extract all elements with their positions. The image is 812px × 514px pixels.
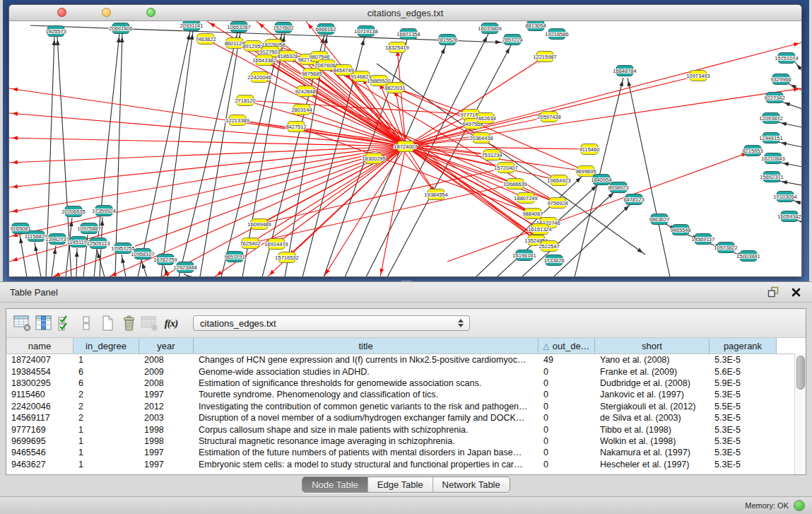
graph-node[interactable]: 7462634 bbox=[475, 113, 495, 124]
table-row[interactable]: 1456911722003Disruption of a novel membe… bbox=[6, 412, 806, 424]
tab-edge-table[interactable]: Edge Table bbox=[368, 477, 433, 492]
table-row[interactable]: 1938455462009Genome-wide association stu… bbox=[6, 366, 806, 377]
graph-node[interactable]: 16151324 bbox=[528, 224, 551, 235]
graph-node[interactable]: 8215953 bbox=[742, 146, 763, 156]
column-header-pagerank[interactable]: pagerank bbox=[710, 338, 777, 354]
graph-node[interactable]: 15716532 bbox=[275, 252, 298, 263]
graph-node[interactable]: 1405573 bbox=[45, 26, 66, 37]
graph-node[interactable]: 9465546 bbox=[670, 225, 690, 235]
graph-node[interactable]: 16059342 bbox=[777, 211, 801, 222]
graph-node[interactable]: 7625402 bbox=[240, 238, 260, 249]
minimize-window-icon[interactable] bbox=[102, 8, 111, 17]
graph-node[interactable]: 2803144 bbox=[291, 105, 312, 115]
graph-node[interactable]: 9227342 bbox=[764, 93, 784, 103]
graph-node[interactable]: 8813054 bbox=[525, 21, 546, 31]
graph-node[interactable]: 18807249 bbox=[514, 193, 537, 204]
graph-node[interactable]: 9165081 bbox=[10, 223, 30, 234]
tab-node-table[interactable]: Node Table bbox=[302, 477, 368, 492]
graph-node[interactable]: 12215987 bbox=[533, 52, 556, 62]
show-columns-icon[interactable] bbox=[33, 312, 54, 334]
graph-node[interactable]: 16210643 bbox=[761, 153, 784, 164]
graph-node[interactable]: 10653287 bbox=[227, 22, 250, 33]
graph-node[interactable]: 8427512 bbox=[286, 122, 306, 132]
graph-node[interactable]: 10719138 bbox=[354, 26, 377, 37]
graph-node[interactable]: 15720407 bbox=[494, 163, 517, 173]
graph-node[interactable]: 8601128 bbox=[225, 38, 245, 49]
network-canvas[interactable]: 1872400774638228601128891295518226058912… bbox=[9, 21, 801, 276]
graph-node[interactable]: 19654923 bbox=[547, 175, 570, 186]
graph-node[interactable]: 19384554 bbox=[424, 189, 447, 200]
graph-node[interactable]: 16871358 bbox=[396, 29, 420, 40]
graph-node[interactable]: 9857791 bbox=[224, 252, 245, 262]
graph-node[interactable]: 6478123 bbox=[623, 194, 644, 205]
table-mode-icon[interactable] bbox=[12, 312, 33, 334]
graph-node[interactable]: 10958107 bbox=[131, 249, 154, 259]
function-builder-icon[interactable]: f(x) bbox=[160, 312, 182, 334]
column-header-name[interactable]: name bbox=[6, 338, 73, 354]
graph-node[interactable]: 9756928 bbox=[547, 198, 567, 209]
network-view-window[interactable]: citations_edges.txt 18724007746382286011… bbox=[8, 4, 802, 277]
graph-node[interactable]: 9699695 bbox=[575, 166, 596, 177]
graph-node[interactable]: 10973493 bbox=[686, 71, 710, 81]
graph-node[interactable]: 9884067 bbox=[522, 209, 543, 219]
select-all-icon[interactable] bbox=[54, 312, 76, 334]
network-window-titlebar[interactable]: citations_edges.txt bbox=[9, 5, 801, 21]
graph-node[interactable]: 8822031 bbox=[384, 83, 405, 93]
column-header-short[interactable]: short bbox=[595, 338, 710, 354]
table-row[interactable]: 2242004622012Investigating the contribut… bbox=[6, 401, 806, 412]
citation-network-graph[interactable]: 1872400774638228601128891295518226058912… bbox=[9, 21, 801, 276]
graph-node[interactable]: 16543382 bbox=[252, 55, 276, 66]
column-header-in_degree[interactable]: in_degree bbox=[73, 338, 139, 354]
graph-node[interactable]: 9242848 bbox=[295, 86, 315, 97]
unselect-all-icon[interactable] bbox=[76, 312, 97, 334]
graph-node[interactable]: 17359924 bbox=[92, 206, 115, 216]
graph-node[interactable]: 8186328 bbox=[277, 51, 298, 62]
graph-node[interactable]: 7463822 bbox=[195, 34, 216, 45]
graph-node[interactable]: 10573822 bbox=[714, 243, 737, 253]
graph-node[interactable]: 18300295 bbox=[362, 153, 385, 164]
graph-node[interactable]: 20691406 bbox=[109, 23, 132, 34]
graph-node[interactable]: 15003841 bbox=[736, 251, 760, 262]
graph-node[interactable]: 9463627 bbox=[649, 214, 669, 225]
graph-node[interactable]: 20364438 bbox=[469, 133, 493, 144]
graph-node[interactable]: 22420046 bbox=[247, 72, 271, 83]
graph-node[interactable]: 15692371 bbox=[760, 172, 783, 182]
table-row[interactable]: 977716911998Corpus callosum shape and si… bbox=[6, 424, 806, 435]
table-row[interactable]: 911546021997Tourette syndrome. Phenomeno… bbox=[6, 389, 806, 400]
graph-node[interactable]: 7857224 bbox=[502, 35, 522, 45]
graph-node[interactable]: 12444151 bbox=[759, 133, 782, 144]
table-row[interactable]: 946554611997Estimation of the future num… bbox=[6, 447, 806, 458]
graph-node[interactable]: 9875685 bbox=[301, 69, 322, 79]
column-header-out_de[interactable]: △out_de… bbox=[539, 338, 595, 354]
graph-node[interactable]: 2718120 bbox=[235, 95, 255, 106]
column-header-title[interactable]: title bbox=[194, 338, 539, 354]
table-selector-dropdown[interactable]: citations_edges.txt bbox=[193, 315, 470, 331]
delete-column-trash-icon[interactable] bbox=[118, 312, 139, 334]
graph-node[interactable]: 1733426 bbox=[543, 255, 564, 266]
close-window-icon[interactable] bbox=[57, 8, 66, 17]
graph-node[interactable]: 9115460 bbox=[579, 144, 600, 155]
table-row[interactable]: 969969511998Structural magnetic resonanc… bbox=[6, 436, 806, 447]
graph-node[interactable]: 7531234 bbox=[481, 150, 502, 160]
tab-network-table[interactable]: Network Table bbox=[433, 477, 510, 492]
table-row[interactable]: 1830029562008Estimation of significance … bbox=[6, 378, 806, 389]
delete-table-icon[interactable] bbox=[139, 312, 160, 334]
close-panel-icon[interactable] bbox=[789, 286, 802, 298]
graph-node[interactable]: 16033809 bbox=[478, 23, 501, 34]
graph-node[interactable]: 20931141 bbox=[180, 21, 204, 31]
scrollbar-thumb[interactable] bbox=[796, 356, 805, 390]
graph-node[interactable]: 1527602 bbox=[273, 23, 293, 33]
table-row[interactable]: 1872400712008Changes of HCN gene express… bbox=[6, 354, 806, 366]
graph-node[interactable]: 14196141 bbox=[512, 250, 536, 261]
graph-node[interactable]: 16914479 bbox=[264, 239, 288, 250]
graph-node[interactable]: 14569117 bbox=[692, 234, 715, 245]
graph-node[interactable]: 2522547 bbox=[539, 241, 559, 252]
graph-node[interactable]: 13942737 bbox=[45, 234, 69, 245]
zoom-window-icon[interactable] bbox=[146, 8, 155, 17]
graph-node[interactable]: 12093872 bbox=[759, 113, 782, 124]
graph-node[interactable]: 12505113 bbox=[87, 238, 110, 249]
graph-node[interactable]: 10688639 bbox=[503, 179, 526, 189]
vertical-scrollbar[interactable] bbox=[794, 354, 806, 474]
graph-node[interactable]: 18325419 bbox=[385, 42, 408, 53]
graph-node[interactable]: 19218586 bbox=[545, 29, 568, 40]
